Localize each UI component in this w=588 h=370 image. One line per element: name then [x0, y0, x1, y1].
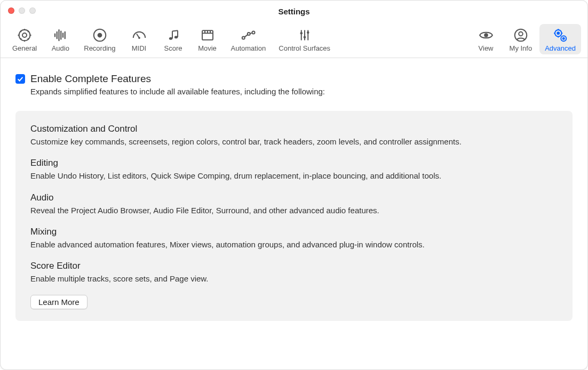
section-description: Reveal the Project Audio Browser, Audio …: [30, 205, 558, 216]
section-audio: Audio Reveal the Project Audio Browser, …: [30, 192, 558, 216]
user-circle-icon: [513, 27, 529, 43]
enable-complete-features-label: Enable Complete Features: [30, 73, 151, 85]
tab-label: Recording: [84, 44, 115, 52]
traffic-lights: [8, 7, 36, 14]
svg-point-0: [22, 33, 27, 37]
automation-icon: [240, 27, 256, 43]
section-title: Editing: [30, 158, 558, 168]
enable-complete-features-checkbox[interactable]: [15, 74, 25, 84]
tab-general[interactable]: General: [7, 24, 42, 54]
section-title: Customization and Control: [30, 124, 558, 134]
gear-icon: [17, 27, 33, 43]
section-score-editor: Score Editor Enable multiple tracks, sco…: [30, 261, 558, 284]
section-mixing: Mixing Enable advanced automation featur…: [30, 227, 558, 250]
tab-audio[interactable]: Audio: [44, 24, 76, 54]
tab-advanced[interactable]: Advanced: [539, 24, 581, 54]
window-title: Settings: [9, 7, 579, 16]
maximize-icon[interactable]: [29, 7, 36, 14]
svg-line-25: [245, 35, 248, 37]
svg-line-11: [137, 34, 139, 38]
svg-point-9: [98, 33, 102, 38]
tab-label: Automation: [231, 44, 266, 52]
features-panel: Customization and Control Customize key …: [15, 111, 573, 321]
tab-recording[interactable]: Recording: [78, 24, 121, 54]
titlebar: Settings: [1, 1, 587, 22]
tab-label: General: [12, 44, 37, 52]
enable-complete-features-description: Expands simplified features to include a…: [30, 87, 573, 96]
music-note-icon: [165, 27, 181, 43]
tab-label: My Info: [510, 44, 533, 52]
section-editing: Editing Enable Undo History, List editor…: [30, 158, 558, 181]
tab-score[interactable]: Score: [157, 24, 189, 54]
tab-label: Advanced: [545, 44, 576, 52]
svg-point-35: [519, 32, 523, 36]
svg-point-33: [484, 33, 488, 37]
tab-label: Movie: [198, 44, 217, 52]
svg-point-22: [242, 37, 245, 39]
tab-label: View: [479, 44, 494, 52]
svg-line-26: [250, 33, 252, 34]
film-icon: [200, 27, 216, 43]
section-title: Score Editor: [30, 261, 558, 271]
settings-window: Settings General: [0, 0, 588, 370]
svg-line-16: [172, 30, 178, 31]
close-icon[interactable]: [8, 7, 14, 14]
section-description: Enable Undo History, List editors, Quick…: [30, 171, 558, 181]
svg-point-31: [303, 36, 306, 39]
eye-icon: [478, 27, 494, 43]
tab-movie[interactable]: Movie: [192, 24, 224, 54]
tab-control-surfaces[interactable]: Control Surfaces: [273, 24, 336, 54]
svg-point-30: [300, 32, 303, 35]
svg-point-37: [557, 32, 559, 34]
tab-label: Audio: [52, 44, 69, 52]
svg-point-24: [252, 31, 255, 34]
section-customization: Customization and Control Customize key …: [30, 124, 558, 147]
section-description: Enable multiple tracks, score sets, and …: [30, 274, 558, 284]
tab-midi[interactable]: MIDI: [123, 24, 155, 54]
tab-my-info[interactable]: My Info: [504, 24, 538, 54]
minimize-icon[interactable]: [19, 7, 25, 14]
tab-view[interactable]: View: [470, 24, 502, 54]
section-description: Enable advanced automation features, Mix…: [30, 239, 558, 250]
toolbar: General Audio: [1, 22, 587, 58]
record-icon: [92, 27, 108, 43]
tab-label: Control Surfaces: [279, 44, 330, 52]
waveform-icon: [52, 27, 68, 43]
svg-point-32: [307, 31, 309, 34]
section-title: Mixing: [30, 227, 558, 237]
advanced-pane: Enable Complete Features Expands simplif…: [1, 58, 587, 332]
gauge-icon: [131, 27, 147, 43]
tab-label: MIDI: [132, 44, 146, 52]
sliders-icon: [297, 27, 313, 43]
section-title: Audio: [30, 192, 558, 203]
section-description: Customize key commands, screensets, regi…: [30, 136, 558, 147]
enable-complete-features-row: Enable Complete Features: [15, 73, 573, 85]
learn-more-button[interactable]: Learn More: [30, 295, 88, 309]
tab-automation[interactable]: Automation: [226, 24, 272, 54]
svg-point-1: [19, 30, 30, 41]
svg-point-43: [563, 38, 565, 39]
svg-point-23: [248, 33, 250, 35]
tab-label: Score: [164, 44, 182, 52]
gears-icon: [552, 27, 568, 43]
